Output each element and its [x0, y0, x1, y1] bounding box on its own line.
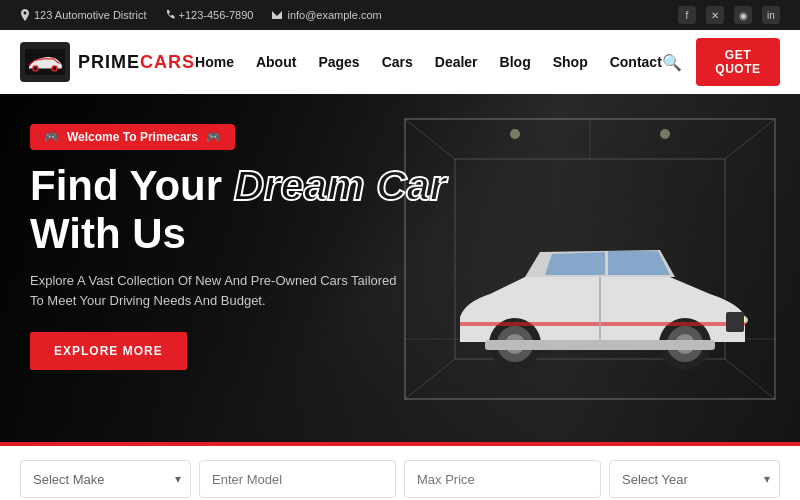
year-select[interactable]: Select Year: [609, 460, 780, 498]
nav-links: Home About Pages Cars Dealer Blog Shop C…: [195, 54, 662, 70]
svg-point-3: [34, 67, 37, 70]
nav-dealer[interactable]: Dealer: [435, 54, 478, 70]
phone-info: +123-456-7890: [165, 9, 254, 21]
linkedin-icon[interactable]: in: [762, 6, 780, 24]
nav-contact[interactable]: Contact: [610, 54, 662, 70]
facebook-icon[interactable]: f: [678, 6, 696, 24]
badge-icon-left: 🎮: [44, 130, 59, 144]
nav-about[interactable]: About: [256, 54, 296, 70]
social-links: f ✕ ◉ in: [678, 6, 780, 24]
make-select[interactable]: Select Make: [20, 460, 191, 498]
get-quote-button[interactable]: GET QUOTE: [696, 38, 780, 86]
model-input[interactable]: [199, 460, 396, 498]
svg-point-4: [53, 67, 56, 70]
nav-pages[interactable]: Pages: [318, 54, 359, 70]
year-select-wrapper: Select Year: [609, 460, 780, 498]
logo-icon: [20, 42, 70, 82]
search-row-1: Select Make Select Year: [20, 460, 780, 498]
nav-cars[interactable]: Cars: [382, 54, 413, 70]
address-info: 123 Automotive District: [20, 9, 147, 21]
explore-more-button[interactable]: EXPLORE MORE: [30, 332, 187, 370]
twitter-icon[interactable]: ✕: [706, 6, 724, 24]
logo: PRIMECARS: [20, 42, 195, 82]
make-select-wrapper: Select Make: [20, 460, 191, 498]
nav-blog[interactable]: Blog: [500, 54, 531, 70]
logo-text: PRIMECARS: [78, 52, 195, 73]
welcome-badge: 🎮 Welcome To Primecars 🎮: [30, 124, 235, 150]
nav-shop[interactable]: Shop: [553, 54, 588, 70]
hero-content: 🎮 Welcome To Primecars 🎮 Find Your Dream…: [0, 94, 800, 370]
top-bar-left: 123 Automotive District +123-456-7890 in…: [20, 9, 382, 21]
nav-home[interactable]: Home: [195, 54, 234, 70]
badge-icon-right: 🎮: [206, 130, 221, 144]
search-bar: Select Make Select Year Select Body Styl…: [0, 446, 800, 500]
hero-subtitle: Explore A Vast Collection Of New And Pre…: [30, 271, 410, 313]
nav-right: 🔍 GET QUOTE: [662, 38, 780, 86]
search-icon[interactable]: 🔍: [662, 53, 682, 72]
top-bar: 123 Automotive District +123-456-7890 in…: [0, 0, 800, 30]
instagram-icon[interactable]: ◉: [734, 6, 752, 24]
navbar: PRIMECARS Home About Pages Cars Dealer B…: [0, 30, 800, 94]
price-input[interactable]: [404, 460, 601, 498]
hero-section: 🎮 Welcome To Primecars 🎮 Find Your Dream…: [0, 94, 800, 442]
hero-title: Find Your Dream Car With Us: [30, 162, 770, 259]
email-info: info@example.com: [271, 9, 381, 21]
